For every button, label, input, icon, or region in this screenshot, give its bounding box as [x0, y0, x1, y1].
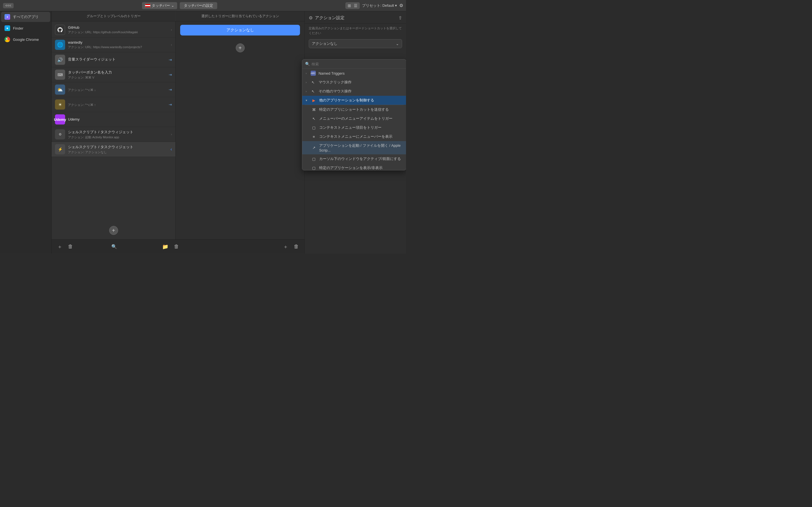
picker-category-other-apps[interactable]: ▾ ▶ 他のアプリケーションを制御する	[302, 96, 406, 105]
trigger-info-shell1: シェルスクリプト / タスクウィジェット アクション: 起動 Activity …	[68, 129, 169, 139]
picker-subitem-2[interactable]: ▢ コンテキストメニュー項目をトリガー	[302, 123, 406, 132]
trigger-title-volume: 音量スライダーウィジェット	[68, 57, 167, 62]
title-bar: <<< タッチバー ⌄ タッチバーの設定 ⊞ ☰ プリセット: Default …	[0, 0, 406, 11]
expand-icon: ›	[306, 71, 307, 75]
trigger-item-sun[interactable]: ☀ アクション: ^⌥⌘ ↑ ⇥	[52, 97, 175, 112]
trigger-item-wantedly[interactable]: 🌐 wantedly アクション: URL: https://www.wante…	[52, 38, 175, 52]
search-button[interactable]: 🔍	[111, 244, 117, 249]
sidebar-item-finder-label: Finder	[13, 26, 23, 31]
trigger-list: GitHub アクション: URL: https://github.com/Ko…	[52, 21, 175, 221]
all-apps-icon: ✦	[4, 14, 10, 20]
picker-subitem-4[interactable]: ↗ アプリケーションを起動 / ファイルを開く / Apple Scrip...	[302, 141, 406, 154]
trigger-title-wantedly: wantedly	[68, 40, 169, 45]
chevron-right-icon-3: ›	[171, 132, 172, 136]
add-trigger-container: +	[52, 221, 175, 239]
trigger-item-shell1[interactable]: ⚙ シェルスクリプト / タスクウィジェット アクション: 起動 Activit…	[52, 127, 175, 142]
bottom-right-toolbar: ＋ 🗑	[282, 242, 300, 251]
expand-icon-4: ▾	[306, 99, 307, 102]
view-grid-button[interactable]: ⊞	[347, 3, 352, 8]
trigger-action-shell2: アクション: アクションなし	[68, 150, 170, 154]
picker-subitem-1[interactable]: ↖ メニューバーのメニューアイテムをトリガー	[302, 114, 406, 123]
folder-button[interactable]: 📁	[161, 242, 169, 251]
subitem-5-icon: ▢	[311, 156, 316, 161]
settings-expand-button[interactable]: ⇧	[398, 15, 402, 20]
col-header-right: 選択したトリガーに割り当てられているアクション	[175, 11, 305, 21]
expand-icon-3: ›	[306, 90, 307, 93]
picker-subitem-6[interactable]: ▢ 特定のアプリケーションを表示/非表示	[302, 163, 406, 170]
finder-icon: ☻	[4, 25, 10, 31]
sidebar-item-chrome-label: Google Chrome	[13, 38, 39, 42]
picker-search-input[interactable]	[312, 62, 403, 66]
trigger-item-udemy[interactable]: Udemy Udemy	[52, 112, 175, 127]
trigger-title-github: GitHub	[68, 25, 169, 30]
shell2-icon: ⚡	[55, 144, 65, 154]
preset-label[interactable]: プリセット: Default ▾	[362, 3, 397, 8]
action-picker: 🔍 › ABC Named Triggers › ↖ マウスクリック操作	[302, 59, 406, 170]
mouse-click-icon: ↖	[311, 80, 316, 85]
bottom-left-toolbar: ＋ 🗑 🔍 📁 🗑	[56, 242, 180, 251]
add-item-button[interactable]: ＋	[56, 242, 63, 251]
picker-subitem-5[interactable]: ▢ カーソル下のウィンドウをアクティブ/前面にする	[302, 154, 406, 163]
gear-icon[interactable]: ⚙	[399, 3, 403, 8]
subitem-4-icon: ↗	[311, 145, 316, 151]
title-bar-right: ⊞ ☰ プリセット: Default ▾ ⚙	[345, 2, 403, 9]
delete-action-toolbar-button[interactable]: 🗑	[293, 242, 300, 251]
sidebar: ✦ すべてのアプリ ☻ Finder Google Chrome	[0, 11, 52, 253]
picker-subitem-3-label: コンテキストメニューにメニューバーを表示	[319, 134, 393, 139]
trigger-action-wantedly: アクション: URL: https://www.wantedly.com/pro…	[68, 45, 169, 49]
sidebar-item-chrome[interactable]: Google Chrome	[1, 34, 50, 45]
sidebar-item-finder[interactable]: ☻ Finder	[1, 23, 50, 33]
add-action-button[interactable]: +	[236, 43, 245, 52]
touch-bar-selector[interactable]: タッチバー ⌄	[142, 2, 177, 9]
subitem-2-icon: ▢	[311, 125, 316, 130]
sun-icon: ☀	[55, 100, 65, 110]
trigger-item-touchbar-name[interactable]: ⌨ タッチバーボタン名を入力 アクション: ⌘⌘ V ⇥	[52, 67, 175, 82]
touch-bar-settings-button[interactable]: タッチバーの設定	[180, 2, 217, 9]
picker-subitem-6-label: 特定のアプリケーションを表示/非表示	[319, 165, 383, 170]
trigger-title-shell1: シェルスクリプト / タスクウィジェット	[68, 129, 169, 135]
trigger-item-volume[interactable]: 🔊 音量スライダーウィジェット ⇥	[52, 52, 175, 67]
picker-subitem-0-label: 特定のアプリにショートカットを送信する	[319, 107, 389, 112]
title-bar-center: タッチバー ⌄ タッチバーの設定	[16, 2, 343, 9]
flag-icon	[145, 4, 151, 8]
trigger-item-github[interactable]: GitHub アクション: URL: https://github.com/Ko…	[52, 22, 175, 38]
trigger-item-weather[interactable]: ⛅ アクション: ^⌥⌘ ↓ ⇥	[52, 82, 175, 97]
title-bar-left: <<<	[3, 3, 14, 8]
expand-icon-2: ›	[306, 80, 307, 84]
picker-named-triggers-label: Named Triggers	[319, 71, 345, 75]
picker-mouse-click-label: マウスクリック操作	[319, 80, 352, 85]
picker-subitem-3[interactable]: ≡ コンテキストメニューにメニューバーを表示	[302, 132, 406, 141]
picker-category-mouse-click[interactable]: › ↖ マウスクリック操作	[302, 78, 406, 87]
settings-dropdown[interactable]: アクションなし ⌄	[309, 39, 402, 48]
sidebar-item-all-apps[interactable]: ✦ すべてのアプリ	[1, 12, 50, 22]
pin-icon-2: ⇥	[168, 72, 172, 77]
touch-bar-chevron: ⌄	[171, 3, 174, 8]
trigger-info-weather: アクション: ^⌥⌘ ↓	[68, 87, 167, 92]
delete-item-button[interactable]: 🗑	[67, 242, 74, 251]
dropdown-chevron-icon: ⌄	[396, 42, 399, 46]
picker-other-mouse-label: その他のマウス操作	[319, 89, 352, 94]
column-headers: グループとトップレベルのトリガー 選択したトリガーに割り当てられているアクション	[52, 11, 305, 21]
trigger-action-github: アクション: URL: https://github.com/KouichiIt…	[68, 30, 169, 34]
settings-title: アクション設定	[315, 15, 345, 20]
add-action-toolbar-button[interactable]: ＋	[282, 242, 289, 251]
add-trigger-button[interactable]: +	[109, 226, 118, 235]
trigger-item-shell2[interactable]: ⚡ シェルスクリプト / タスクウィジェット アクション: アクションなし ‹	[52, 142, 175, 157]
action-add-container: +	[175, 43, 305, 52]
trigger-info-github: GitHub アクション: URL: https://github.com/Ko…	[68, 25, 169, 34]
selected-indicator: ‹	[170, 147, 172, 152]
weather-icon: ⛅	[55, 84, 65, 95]
other-apps-icon: ▶	[311, 98, 316, 103]
picker-subitem-0[interactable]: ⌘ 特定のアプリにショートカットを送信する	[302, 105, 406, 114]
trash-button[interactable]: 🗑	[173, 242, 180, 251]
picker-subitem-4-label: アプリケーションを起動 / ファイルを開く / Apple Scrip...	[319, 143, 403, 152]
view-list-button[interactable]: ☰	[353, 3, 359, 8]
back-button[interactable]: <<<	[3, 3, 14, 8]
trigger-action-weather: アクション: ^⌥⌘ ↓	[68, 88, 167, 92]
trigger-info-volume: 音量スライダーウィジェット	[68, 57, 167, 62]
col-header-left: グループとトップレベルのトリガー	[52, 11, 175, 21]
picker-category-named-triggers[interactable]: › ABC Named Triggers	[302, 69, 406, 78]
named-triggers-icon: ABC	[311, 71, 316, 76]
pin-icon: ⇥	[168, 57, 172, 62]
picker-category-other-mouse[interactable]: › ↖ その他のマウス操作	[302, 87, 406, 96]
